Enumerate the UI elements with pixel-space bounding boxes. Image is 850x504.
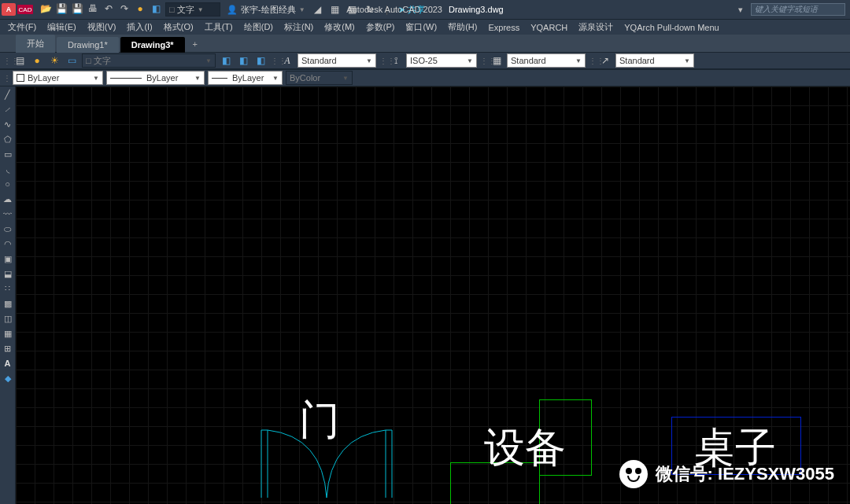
arc-tool-icon[interactable]: ◟ bbox=[2, 163, 14, 175]
door-block bbox=[260, 425, 394, 499]
user-icon[interactable]: 👤 bbox=[227, 5, 238, 15]
text-style-icon[interactable]: A bbox=[280, 53, 294, 68]
menu-modify[interactable]: 修改(M) bbox=[320, 20, 360, 35]
layer-tool3-icon[interactable]: ◧ bbox=[253, 53, 268, 68]
menu-insert[interactable]: 插入(I) bbox=[122, 20, 157, 35]
hatch-tool-icon[interactable]: ▩ bbox=[2, 297, 14, 310]
menu-parametric[interactable]: 参数(P) bbox=[361, 20, 400, 35]
layer-tool1-icon[interactable]: ◧ bbox=[219, 53, 233, 68]
grip-icon-4[interactable]: ⋮⋮ bbox=[480, 57, 486, 65]
rectangle-tool-icon[interactable]: ▭ bbox=[2, 148, 14, 160]
menu-format[interactable]: 格式(O) bbox=[159, 20, 198, 35]
menu-express[interactable]: Express bbox=[483, 21, 524, 34]
work-area: ╱ ⟋ ∿ ⬠ ▭ ◟ ○ ☁ 〰 ⬭ ◠ ▣ ⬓ ∷ ▩ ◫ ▦ ⊞ A ◆ … bbox=[0, 86, 850, 504]
quick-access-toolbar: 📂 💾 💾 🖶 ↶ ↷ ● ◧ □ 文字▼ bbox=[36, 2, 224, 17]
table-style-icon[interactable]: ▦ bbox=[490, 53, 504, 68]
text-style-combo[interactable]: □ 文字▼ bbox=[165, 2, 220, 17]
dim-style-select[interactable]: ISO-25▼ bbox=[406, 53, 477, 68]
dim-style-icon[interactable]: ⟟ bbox=[389, 53, 403, 68]
menu-dimension[interactable]: 标注(N) bbox=[279, 20, 318, 35]
title-bar: A CAD 📂 💾 💾 🖶 ↶ ↷ ● ◧ □ 文字▼ 👤 张宇-绘图经典 ▼ … bbox=[0, 0, 850, 19]
menu-window[interactable]: 窗口(W) bbox=[401, 20, 442, 35]
insert-tool-icon[interactable]: ⬓ bbox=[2, 267, 14, 280]
grip-icon[interactable]: ⋮⋮ bbox=[3, 57, 9, 65]
drawing-canvas[interactable]: 门 设备 桌子 微信号: IEZYSXW3055 bbox=[16, 86, 850, 504]
equipment-label: 设备 bbox=[484, 421, 566, 476]
wechat-icon bbox=[619, 460, 648, 488]
menu-yqarch[interactable]: YQARCH bbox=[526, 21, 572, 34]
layer-tool2-icon[interactable]: ◧ bbox=[236, 53, 250, 68]
polyline-tool-icon[interactable]: ⟋ bbox=[2, 103, 14, 116]
layer-on-icon[interactable]: ● bbox=[30, 53, 44, 68]
search-input[interactable]: 键入关键字或短语 bbox=[751, 3, 845, 16]
toolbar-properties: ⋮⋮ ByLayer▼ ByLayer▼ ByLayer▼ ByColor▼ bbox=[0, 69, 850, 86]
menu-draw[interactable]: 绘图(D) bbox=[239, 20, 278, 35]
grip-icon-2[interactable]: ⋮⋮ bbox=[271, 57, 277, 65]
cad-badge: CAD bbox=[17, 5, 33, 14]
menu-view[interactable]: 视图(V) bbox=[83, 20, 121, 35]
block-tool-icon[interactable]: ▣ bbox=[2, 252, 14, 265]
grip-icon-5[interactable]: ⋮⋮ bbox=[589, 57, 595, 65]
watermark-text: 微信号: IEZYSXW3055 bbox=[656, 462, 834, 486]
table-style-select[interactable]: Standard▼ bbox=[507, 53, 586, 68]
saveas-icon[interactable]: 💾 bbox=[71, 2, 83, 15]
tab-drawing1[interactable]: Drawing1* bbox=[57, 37, 119, 53]
linetype-select[interactable]: ByLayer▼ bbox=[106, 71, 205, 85]
new-tab-button[interactable]: + bbox=[187, 36, 204, 52]
menu-bar: 文件(F) 编辑(E) 视图(V) 插入(I) 格式(O) 工具(T) 绘图(D… bbox=[0, 19, 850, 35]
region-tool-icon[interactable]: ▦ bbox=[2, 327, 14, 340]
ellipse-tool-icon[interactable]: ⬭ bbox=[2, 223, 14, 235]
user-label: 张宇-绘图经典 bbox=[241, 4, 296, 16]
text-style-select[interactable]: Standard▼ bbox=[298, 53, 376, 68]
menu-yuanquan[interactable]: 源泉设计 bbox=[574, 20, 618, 35]
toolbar-styles: ⋮⋮ ▤ ● ☀ ▭ □ 文字▼ ◧ ◧ ◧ ⋮⋮ A Standard▼ ⋮⋮… bbox=[0, 52, 850, 69]
bulb-icon[interactable]: ● bbox=[134, 2, 146, 15]
open-icon[interactable]: 📂 bbox=[39, 2, 52, 15]
text-tool-icon[interactable]: A bbox=[2, 357, 14, 370]
plot-style-select[interactable]: ByColor▼ bbox=[286, 71, 353, 85]
grip-icon-6[interactable]: ⋮⋮ bbox=[3, 74, 9, 83]
grip-icon-3[interactable]: ⋮⋮ bbox=[379, 57, 386, 65]
help-dd-icon[interactable]: ▾ bbox=[735, 4, 746, 15]
line-tool-icon[interactable]: ╱ bbox=[2, 88, 14, 101]
save-icon[interactable]: 💾 bbox=[55, 2, 68, 15]
mleader-style-icon[interactable]: ↗ bbox=[598, 53, 612, 68]
layer-icon[interactable]: ◧ bbox=[150, 2, 162, 15]
app-icon[interactable]: A bbox=[2, 3, 16, 16]
document-tabs: 开始 Drawing1* Drawing3* + bbox=[0, 35, 850, 52]
menu-edit[interactable]: 编辑(E) bbox=[42, 20, 81, 35]
watermark: 微信号: IEZYSXW3055 bbox=[619, 460, 834, 488]
menu-tools[interactable]: 工具(T) bbox=[200, 20, 238, 35]
window-title: Autodesk AutoCAD 2023Drawing3.dwg bbox=[346, 5, 503, 14]
autodesk-icon[interactable]: ◢ bbox=[312, 3, 324, 16]
menu-help[interactable]: 帮助(H) bbox=[443, 20, 482, 35]
color-select[interactable]: ByLayer▼ bbox=[13, 71, 103, 85]
ellipse-arc-tool-icon[interactable]: ◠ bbox=[2, 237, 14, 250]
tab-drawing3[interactable]: Drawing3* bbox=[120, 37, 185, 53]
combo-label: 文字 bbox=[177, 4, 194, 16]
layer-freeze-icon[interactable]: ☀ bbox=[47, 53, 61, 68]
spline2-tool-icon[interactable]: 〰 bbox=[2, 208, 14, 220]
menu-yqarch-pd[interactable]: YQArch Pull-down Menu bbox=[619, 21, 723, 34]
polygon-tool-icon[interactable]: ⬠ bbox=[2, 133, 14, 145]
table-tool-icon[interactable]: ⊞ bbox=[2, 342, 14, 355]
undo-icon[interactable]: ↶ bbox=[102, 2, 115, 15]
circle-tool-icon[interactable]: ○ bbox=[2, 178, 14, 190]
layer-props-icon[interactable]: ▤ bbox=[13, 53, 27, 68]
redo-icon[interactable]: ↷ bbox=[118, 2, 131, 15]
gradient-tool-icon[interactable]: ◫ bbox=[2, 312, 14, 325]
tab-start[interactable]: 开始 bbox=[16, 35, 55, 53]
revcloud-tool-icon[interactable]: ☁ bbox=[2, 193, 14, 205]
mleader-style-select[interactable]: Standard▼ bbox=[615, 53, 694, 68]
draw-toolbar: ╱ ⟋ ∿ ⬠ ▭ ◟ ○ ☁ 〰 ⬭ ◠ ▣ ⬓ ∷ ▩ ◫ ▦ ⊞ A ◆ bbox=[0, 86, 16, 504]
cloud-icon[interactable]: ▦ bbox=[329, 3, 342, 16]
layer-lock-icon[interactable]: ▭ bbox=[65, 53, 79, 68]
spline-tool-icon[interactable]: ∿ bbox=[2, 118, 14, 131]
lineweight-select[interactable]: ByLayer▼ bbox=[208, 71, 283, 85]
addline-tool-icon[interactable]: ◆ bbox=[2, 372, 14, 384]
point-tool-icon[interactable]: ∷ bbox=[2, 282, 14, 295]
menu-file[interactable]: 文件(F) bbox=[3, 20, 41, 35]
annotation-style-select[interactable]: □ 文字▼ bbox=[82, 53, 216, 68]
plot-icon[interactable]: 🖶 bbox=[87, 2, 99, 15]
